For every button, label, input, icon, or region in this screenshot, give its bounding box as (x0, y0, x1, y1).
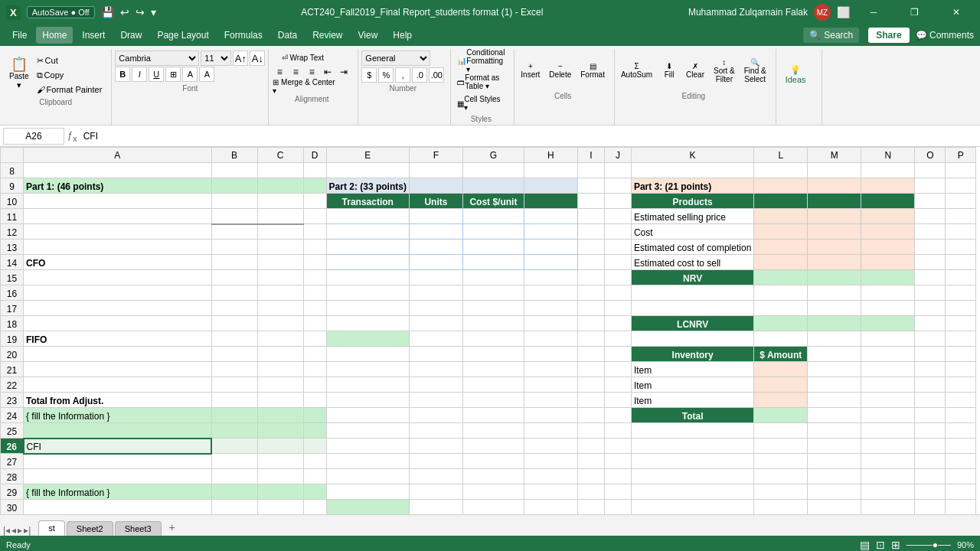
cell-D27[interactable] (303, 454, 326, 469)
cell-L10[interactable] (754, 194, 808, 209)
cell-J30[interactable] (604, 500, 631, 515)
cell-M19[interactable] (808, 331, 861, 347)
cell-E19[interactable] (326, 331, 409, 347)
cell-D20[interactable] (303, 347, 326, 362)
font-name-select[interactable]: Cambria (115, 51, 199, 66)
tab-last-icon[interactable]: ▸| (24, 525, 31, 536)
cell-H29[interactable] (524, 484, 577, 500)
cell-F26[interactable] (409, 439, 462, 454)
cell-B15[interactable] (211, 270, 257, 285)
cell-P17[interactable] (946, 301, 976, 316)
menu-review[interactable]: Review (306, 27, 348, 44)
cell-D11[interactable] (303, 209, 326, 224)
col-header-C[interactable]: C (257, 148, 303, 163)
cell-J21[interactable] (604, 362, 631, 377)
cell-O22[interactable] (915, 377, 946, 393)
cell-A8[interactable] (24, 163, 212, 178)
cell-D15[interactable] (303, 270, 326, 285)
cell-J19[interactable] (604, 331, 631, 347)
cell-I18[interactable] (577, 316, 604, 331)
cell-J29[interactable] (604, 484, 631, 500)
cell-I22[interactable] (577, 377, 604, 393)
cell-F18[interactable] (409, 316, 462, 331)
cell-M24[interactable] (808, 408, 861, 423)
cell-D21[interactable] (303, 362, 326, 377)
col-header-H[interactable]: H (524, 148, 577, 163)
cell-K22[interactable]: Item (631, 377, 753, 393)
cell-L24[interactable] (754, 408, 808, 423)
cell-E10[interactable]: Transaction (326, 194, 409, 209)
cell-E25[interactable] (326, 423, 409, 439)
cell-A21[interactable] (24, 362, 212, 377)
formula-func-button[interactable]: ƒx (67, 129, 77, 143)
redo-icon[interactable]: ↪ (136, 6, 145, 18)
cell-M25[interactable] (808, 423, 861, 439)
cell-F27[interactable] (409, 454, 462, 469)
cell-N11[interactable] (861, 209, 915, 224)
cell-D18[interactable] (303, 316, 326, 331)
cell-P8[interactable] (946, 163, 976, 178)
cell-H9[interactable] (524, 178, 577, 194)
cell-D16[interactable] (303, 285, 326, 301)
decrease-indent-button[interactable]: ⇤ (320, 65, 335, 79)
cell-H19[interactable] (524, 331, 577, 347)
cell-E14[interactable] (326, 255, 409, 270)
cell-G24[interactable] (462, 408, 524, 423)
col-header-P[interactable]: P (946, 148, 976, 163)
cell-O29[interactable] (915, 484, 946, 500)
cell-J15[interactable] (604, 270, 631, 285)
cell-O21[interactable] (915, 362, 946, 377)
cell-L20[interactable]: $ Amount (754, 347, 808, 362)
cell-F13[interactable] (409, 240, 462, 255)
cell-H11[interactable] (524, 209, 577, 224)
sheet-tab-2[interactable]: Sheet2 (67, 521, 113, 536)
cell-F29[interactable] (409, 484, 462, 500)
cell-I11[interactable] (577, 209, 604, 224)
cell-F12[interactable] (409, 224, 462, 240)
cell-L23[interactable] (754, 393, 808, 408)
cell-F22[interactable] (409, 377, 462, 393)
cell-A17[interactable] (24, 301, 212, 316)
cell-M29[interactable] (808, 484, 861, 500)
sheet-tab-3[interactable]: Sheet3 (115, 521, 162, 536)
cell-P11[interactable] (946, 209, 976, 224)
cell-D19[interactable] (303, 331, 326, 347)
cell-J9[interactable] (604, 178, 631, 194)
cell-G17[interactable] (462, 301, 524, 316)
cell-G30[interactable] (462, 500, 524, 515)
cell-J8[interactable] (604, 163, 631, 178)
cell-C16[interactable] (257, 285, 303, 301)
cell-I20[interactable] (577, 347, 604, 362)
cell-F8[interactable] (409, 163, 462, 178)
cell-C22[interactable] (257, 377, 303, 393)
undo-icon[interactable]: ↩ (120, 6, 129, 18)
underline-button[interactable]: U (149, 67, 164, 82)
cell-M14[interactable] (808, 255, 861, 270)
cell-G23[interactable] (462, 393, 524, 408)
cell-J27[interactable] (604, 454, 631, 469)
font-color-button[interactable]: A (199, 67, 214, 82)
bold-button[interactable]: B (115, 67, 130, 82)
cell-C25[interactable] (257, 423, 303, 439)
col-header-A[interactable]: A (24, 148, 212, 163)
cell-P20[interactable] (946, 347, 976, 362)
cell-K27[interactable] (631, 454, 753, 469)
cell-E17[interactable] (326, 301, 409, 316)
cell-H24[interactable] (524, 408, 577, 423)
cell-F9[interactable] (409, 178, 462, 194)
cell-M17[interactable] (808, 301, 861, 316)
cell-J18[interactable] (604, 316, 631, 331)
cell-N14[interactable] (861, 255, 915, 270)
cell-L11[interactable] (754, 209, 808, 224)
cell-L19[interactable] (754, 331, 808, 347)
cell-A14[interactable]: CFO (24, 255, 212, 270)
cell-O24[interactable] (915, 408, 946, 423)
menu-draw[interactable]: Draw (114, 27, 148, 44)
cell-K29[interactable] (631, 484, 753, 500)
cell-K9[interactable]: Part 3: (21 points) (631, 178, 753, 194)
cell-C15[interactable] (257, 270, 303, 285)
cell-I13[interactable] (577, 240, 604, 255)
conditional-formatting-button[interactable]: 📊 Conditional Formatting ▾ (454, 51, 508, 70)
cell-G19[interactable] (462, 331, 524, 347)
cell-A30[interactable] (24, 500, 212, 515)
